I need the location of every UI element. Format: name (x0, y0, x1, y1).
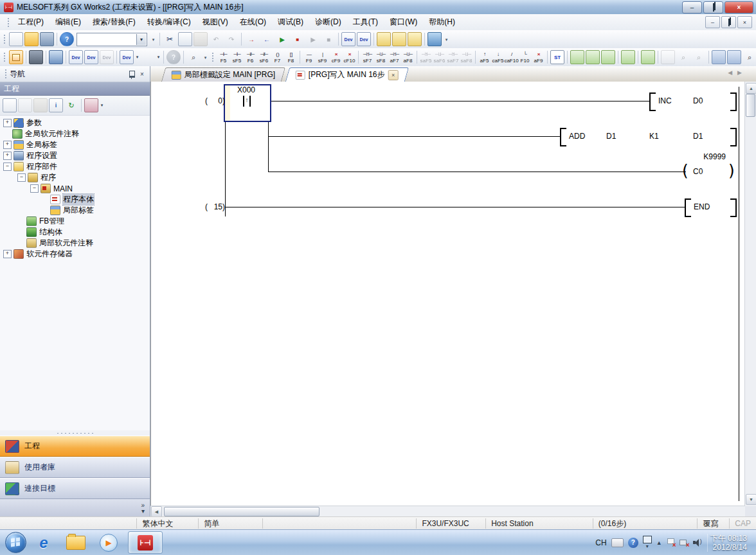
statement-icon[interactable] (408, 32, 422, 46)
device-search-icon[interactable] (141, 50, 155, 64)
windows-explorer-icon[interactable] (66, 536, 86, 550)
ladder-symbol-button[interactable]: ⊣↑⊢ saF5 (419, 49, 433, 66)
panel-splitter[interactable] (0, 430, 150, 436)
help-tray-icon[interactable]: ? (628, 538, 638, 548)
scroll-left-icon[interactable]: ◀ (151, 506, 162, 517)
monitor-pause-icon[interactable]: ▶ (306, 32, 320, 46)
ladder-symbol-button[interactable]: └ F10 (518, 49, 532, 66)
menu-item[interactable]: 诊断(D) (309, 14, 347, 30)
device-comment-batch-icon[interactable] (621, 50, 635, 64)
ladder-symbol-button[interactable]: ( ) F7 (271, 49, 284, 66)
tree-expander-icon[interactable] (17, 229, 24, 236)
device-comment-icon[interactable]: Dev (69, 50, 83, 64)
ladder-symbol-button[interactable]: ⊣↓⊢ saF6 (433, 49, 446, 66)
tree-expander-icon[interactable] (17, 218, 24, 225)
undo-icon[interactable]: ↶ (209, 32, 223, 46)
tree-item[interactable]: 全局软元件注释 (0, 128, 150, 139)
toolbar-icon[interactable] (442, 33, 451, 46)
menu-item[interactable]: 视图(V) (197, 14, 234, 30)
menu-item[interactable]: 窗口(W) (384, 14, 423, 30)
nav-copy-icon[interactable] (18, 98, 32, 112)
monitor-mode-icon[interactable]: ⌕ (742, 50, 756, 64)
tree-expander-icon[interactable] (3, 163, 12, 171)
tree-item[interactable]: 程序 (0, 172, 150, 183)
paste-icon[interactable] (194, 32, 208, 46)
menu-item[interactable]: 编辑(E) (50, 14, 87, 30)
cut-icon[interactable]: ✂ (163, 32, 177, 46)
nav-button-connection-destination[interactable]: 連接目標 (0, 478, 150, 499)
ladder-symbol-button[interactable]: ⊣↑⊢ aF7 (388, 49, 401, 66)
find-icon[interactable]: ⌕ (186, 50, 201, 64)
edit-coil-icon[interactable] (586, 50, 600, 64)
restore-button[interactable] (703, 1, 723, 13)
tree-expander-icon[interactable] (41, 207, 48, 214)
device-memory-icon[interactable]: Dev (84, 50, 98, 64)
tree-item[interactable]: 参数 (0, 118, 150, 128)
tree-expander-icon[interactable] (3, 130, 10, 137)
tree-item[interactable]: 结构体 (0, 227, 150, 238)
minimize-button[interactable]: – (682, 1, 702, 13)
menu-item[interactable]: 在线(O) (234, 14, 272, 30)
tree-item[interactable]: 局部软元件注释 (0, 238, 150, 249)
program-list-icon[interactable] (49, 50, 63, 64)
volume-icon[interactable]: ) (693, 538, 703, 547)
menu-item[interactable]: 帮助(H) (423, 14, 461, 30)
vertical-scroll-thumb[interactable] (746, 94, 755, 117)
ladder-symbol-button[interactable]: ⊣↑⊢ sF7 (361, 49, 374, 66)
device-batch-monitor-icon[interactable]: Dev (341, 32, 356, 46)
transfer-setup-icon[interactable] (392, 32, 406, 46)
mdi-minimize-button[interactable]: – (705, 16, 720, 28)
copy-icon[interactable] (178, 32, 192, 46)
scroll-down-icon[interactable]: ▼ (746, 494, 756, 505)
vertical-scrollbar[interactable]: ▲ ▼ (744, 82, 756, 506)
horizontal-scrollbar[interactable]: ◀ (150, 506, 745, 517)
write-to-plc-icon[interactable]: → (244, 32, 258, 46)
st-editor-icon[interactable]: ST (550, 50, 564, 64)
nav-sort-icon[interactable] (84, 98, 98, 112)
read-from-plc-icon[interactable]: ← (260, 32, 274, 46)
tray-window-group[interactable]: ▾ (643, 536, 652, 549)
menu-item[interactable]: 工程(P) (12, 14, 50, 30)
tree-item[interactable]: 程序设置 (0, 150, 150, 161)
tab-scroll-left-icon[interactable]: ◀ (728, 69, 732, 76)
zoom-prev-icon[interactable]: ⌕ (676, 50, 690, 64)
doc-generation-icon[interactable] (661, 50, 675, 64)
menu-item[interactable]: 搜索/替换(F) (87, 14, 141, 30)
ladder-symbol-button[interactable]: ⊣⊢ sF5 (230, 49, 244, 66)
ladder-symbol-button[interactable]: — F9 (302, 49, 316, 66)
mdi-close-button[interactable]: × (737, 16, 752, 28)
monitor-stop-icon[interactable]: ■ (291, 32, 305, 46)
read-mode-icon[interactable] (712, 50, 726, 64)
tab-close-icon[interactable]: × (388, 70, 399, 80)
tree-expander-icon[interactable] (3, 250, 12, 258)
zoom-next-icon[interactable]: ⌕ (692, 50, 706, 64)
help2-icon[interactable]: ? (166, 50, 181, 64)
tree-item[interactable]: 软元件存储器 (0, 249, 150, 260)
ladder-symbol-button[interactable]: ⊣⊢ F5 (217, 49, 230, 66)
tree-item[interactable]: 局部标签 (0, 205, 150, 216)
menu-item[interactable]: 转换/编译(C) (141, 14, 197, 30)
toolbar-icon[interactable] (201, 51, 210, 64)
device-search-dropdown-icon[interactable] (156, 51, 161, 63)
tree-expander-icon[interactable] (17, 173, 26, 182)
ladder-symbol-button[interactable]: × cF10 (343, 49, 356, 66)
nav-new-icon[interactable] (3, 98, 17, 112)
nav-button-user-library[interactable]: 使用者庫 (0, 457, 150, 478)
ladder-symbol-button[interactable]: ⊣/⊢ F6 (244, 49, 257, 66)
device-cclink-icon[interactable]: Dev (100, 50, 114, 64)
multi-screen-icon[interactable] (428, 32, 442, 46)
start-button[interactable] (5, 532, 26, 553)
tree-item[interactable]: 程序部件 (0, 161, 150, 172)
ladder-symbol-button[interactable]: ⊣↓⊢ sF8 (374, 49, 388, 66)
ladder-symbol-button[interactable]: ⊣↓⊢ aF8 (401, 49, 415, 66)
scroll-up-icon[interactable]: ▲ (746, 83, 756, 94)
tree-expander-icon[interactable] (3, 152, 12, 160)
action-center-icon[interactable] (667, 538, 675, 547)
tree-item[interactable]: 全局标签 (0, 139, 150, 150)
show-hidden-icons-icon[interactable]: ▲ (656, 540, 662, 546)
new-project-icon[interactable] (9, 32, 23, 46)
ladder-symbol-button[interactable]: ⊣↑⊢ saF7 (446, 49, 460, 66)
navigation-close-icon[interactable]: × (137, 69, 147, 79)
ladder-canvas[interactable]: X000 ↑ ( 0) ( 15) INC D0 ADD D1 K1 D1 K9… (150, 82, 745, 506)
tab-scroll-right-icon[interactable]: ▶ (737, 69, 742, 76)
